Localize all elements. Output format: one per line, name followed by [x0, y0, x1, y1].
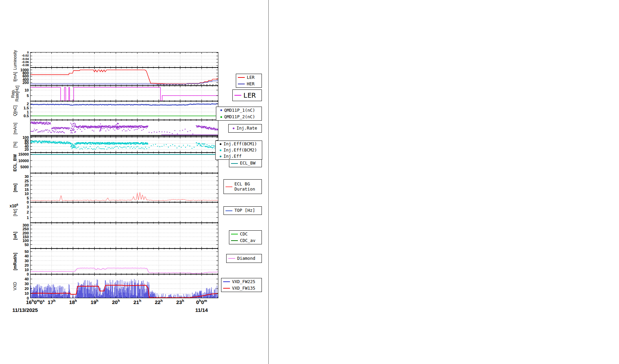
legend-entry-her: HER	[236, 81, 262, 88]
legend-entry-label: Inj.Eff(BCM2)	[223, 148, 257, 153]
her-legend-marker-line-icon	[238, 84, 245, 84]
legend-entry-ecl-bg-duration: ECL BG Duration	[224, 180, 262, 194]
ler-legend-marker-line-icon	[238, 77, 245, 78]
ler-legend-marker-line-icon	[234, 95, 241, 96]
legend-injeff: Inj.Eff(BCM1)Inj.Eff(BCM2)Inj.Eff	[215, 141, 262, 160]
panel-eclbg	[30, 173, 218, 202]
window-divider	[268, 0, 269, 364]
panel-injrate	[30, 120, 218, 137]
legend-entry-label: QMD11P_1(nC)	[224, 108, 255, 113]
y-axis-title-diamond: [mRad/s]	[9, 248, 21, 274]
legend-entry-label: Diamond	[237, 256, 255, 261]
legend-entry-qmd11p-2-nc: QMD11P_2(nC)	[216, 114, 262, 121]
panel-tophz	[30, 202, 218, 223]
legend-entry-cdc: CDC	[229, 231, 262, 238]
legend-diamond: Diamond	[226, 254, 262, 263]
inj-eff-legend-marker-dot-icon	[220, 156, 221, 157]
panel-eclbw	[30, 153, 218, 173]
y-axis-title-charge: Q[nC]	[9, 101, 21, 120]
panel-current	[30, 68, 218, 86]
legend-entry-label: QMD11P_2(nC)	[224, 114, 255, 119]
legend-entry-inj-eff-bcm2: Inj.Eff(BCM2)	[216, 147, 262, 153]
legend-reprate: LER	[232, 89, 262, 101]
legend-eclbw: ECL_BW	[229, 159, 262, 167]
legend-entry-label: TOP [Hz]	[234, 208, 255, 213]
legend-entry-label: Inj.Rate	[236, 126, 257, 131]
panel-luminosity	[30, 52, 218, 68]
legend-entry-label: ECL BG Duration	[234, 182, 255, 192]
y-axis-title-eclbg: [ms]	[9, 173, 21, 202]
vxd-fw225-legend-marker-line-icon	[223, 281, 230, 282]
y-axis-title-injeff: [%]	[9, 137, 21, 153]
inj-eff-bcm2-legend-marker-dot-icon	[220, 149, 221, 151]
y-axis-title-current: I[mA]	[9, 68, 21, 86]
legend-entry-cdc-av: CDC_av	[229, 238, 262, 244]
legend-entry-label: ECL_BW	[240, 161, 255, 166]
axis-multiplier: x106	[10, 203, 18, 208]
legend-injrate: Inj.Rate	[228, 124, 262, 133]
diamond-legend-marker-line-icon	[228, 258, 235, 259]
legend-entry-inj-eff: Inj.Eff	[216, 153, 262, 159]
legend-vxd: VXD_FW225VXD_FW135	[221, 278, 262, 292]
y-axis-title-reprate: Rep.Rate[Hz]	[9, 86, 21, 101]
legend-entry-ecl-bw: ECL_BW	[229, 160, 262, 167]
legend-entry-diamond: Diamond	[227, 254, 262, 263]
y-axis-title-injrate: [mA/s]	[9, 120, 21, 137]
legend-qmd: QMD11P_1(nC)QMD11P_2(nC)	[216, 107, 262, 121]
inj-eff-bcm1-legend-marker-dot-icon	[220, 143, 221, 145]
legend-entry-ler: LER	[233, 90, 262, 101]
legend-tophz: TOP [Hz]	[223, 206, 262, 215]
screenshot-root: 0-0.02-0.04-0.06-0.08Luminosity200400600…	[0, 0, 619, 364]
legend-entry-label: LER	[247, 75, 255, 80]
legend-entry-inj-rate: Inj.Rate	[229, 124, 262, 132]
cdc-av-legend-marker-line-icon	[231, 240, 238, 241]
legend-entry-label: CDC_av	[240, 238, 255, 243]
legend-entry-label: Inj.Eff	[223, 154, 242, 159]
legend-cdc: CDCCDC_av	[229, 230, 262, 244]
date-label-left: 11/13/2025	[12, 307, 38, 313]
qmd11p-2-nc-legend-marker-dot-icon	[220, 116, 222, 118]
legend-entry-vxd-fw135: VXD_FW135	[221, 285, 262, 292]
ecl-bw-legend-marker-line-icon	[231, 163, 238, 164]
legend-current: LERHER	[236, 74, 262, 88]
legend-entry-qmd11p-1-nc: QMD11P_1(nC)	[216, 107, 262, 114]
panel-diamond	[30, 248, 218, 274]
ecl-bg-duration-legend-marker-line-icon	[226, 186, 232, 187]
legend-entry-label: LER	[243, 92, 256, 99]
x-tick-label: 0h0m	[186, 299, 217, 305]
panel-cdc	[30, 223, 218, 248]
panel-charge	[30, 101, 218, 120]
panel-vxd	[30, 274, 218, 298]
qmd11p-1-nc-legend-marker-dot-icon	[220, 109, 222, 111]
vxd-fw135-legend-marker-line-icon	[223, 288, 230, 289]
y-axis-title-vxd: VXD	[9, 274, 21, 298]
legend-entry-vxd-fw225: VXD_FW225	[221, 278, 262, 285]
cdc-legend-marker-line-icon	[231, 234, 238, 234]
y-axis-title-eclbw: ECL_BW	[9, 153, 21, 173]
legend-entry-inj-eff-bcm1: Inj.Eff(BCM1)	[216, 141, 262, 147]
legend-entry-label: Inj.Eff(BCM1)	[223, 142, 257, 146]
top-hz-legend-marker-line-icon	[226, 210, 232, 211]
legend-entry-top-hz: TOP [Hz]	[224, 207, 262, 215]
date-label-right: 11/14	[188, 307, 215, 313]
legend-entry-label: CDC	[240, 232, 248, 236]
panel-injeff	[30, 137, 218, 153]
legend-entry-ler: LER	[236, 74, 262, 81]
legend-entry-label: VXD_FW135	[232, 286, 255, 291]
legend-entry-label: HER	[247, 82, 255, 86]
legend-entry-label: VXD_FW225	[232, 279, 255, 284]
panel-reprate	[30, 86, 218, 101]
inj-rate-legend-marker-dot-icon	[233, 128, 234, 129]
y-axis-title-luminosity: Luminosity	[9, 52, 21, 68]
y-axis-title-cdc: [uA]	[9, 223, 21, 248]
legend-eclbg: ECL BG Duration	[223, 179, 262, 194]
